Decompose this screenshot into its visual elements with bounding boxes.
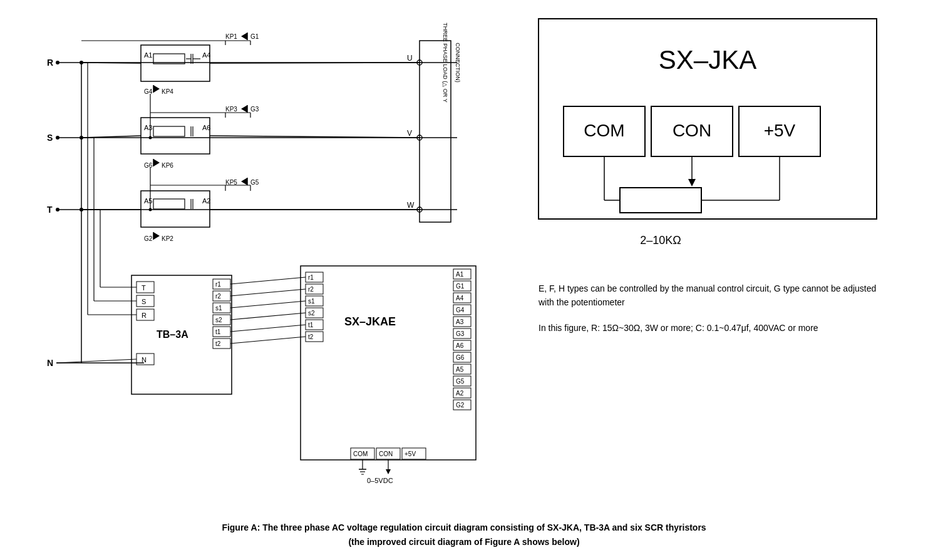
svg-text:A3: A3	[144, 124, 152, 131]
svg-text:R: R	[47, 58, 53, 68]
svg-text:s1: s1	[215, 305, 222, 312]
svg-line-138	[230, 337, 306, 344]
svg-text:TB–3A: TB–3A	[157, 329, 188, 340]
svg-text:KP6: KP6	[162, 162, 173, 169]
svg-text:KP3: KP3	[225, 106, 237, 113]
info-text: E, F, H types can be controlled by the m…	[539, 282, 877, 346]
svg-text:r2: r2	[215, 293, 221, 300]
svg-rect-49	[153, 126, 185, 136]
svg-line-135	[230, 301, 306, 308]
svg-text:G5: G5	[250, 179, 259, 186]
svg-line-133	[230, 277, 306, 284]
svg-text:V: V	[407, 129, 412, 138]
svg-rect-47	[141, 118, 210, 154]
svg-text:G6: G6	[144, 162, 153, 169]
svg-text:A6: A6	[456, 342, 464, 349]
svg-text:KP4: KP4	[162, 88, 173, 95]
svg-point-46	[149, 136, 152, 140]
svg-text:t2: t2	[215, 340, 221, 347]
svg-text:G4: G4	[144, 88, 153, 95]
svg-text:t1: t1	[308, 322, 314, 328]
svg-line-136	[230, 313, 306, 320]
svg-point-67	[149, 208, 152, 211]
svg-marker-35	[241, 33, 247, 40]
svg-text:W: W	[407, 201, 415, 210]
svg-marker-63	[153, 159, 160, 166]
svg-rect-119	[301, 266, 476, 460]
svg-text:t1: t1	[215, 328, 221, 335]
svg-text:G3: G3	[456, 330, 465, 337]
svg-text:CONNECTION): CONNECTION)	[455, 43, 461, 83]
circuit-diagram: R S T N THREE PHASE LOAD (△ OR Y CONNECT…	[19, 6, 513, 488]
svg-text:T: T	[47, 205, 53, 215]
svg-line-32	[81, 63, 141, 63]
svg-point-1	[56, 61, 59, 64]
svg-marker-77	[241, 178, 247, 185]
svg-text:SX–JKAE: SX–JKAE	[344, 315, 396, 328]
svg-point-7	[56, 208, 59, 211]
caption-line-1: Figure A: The three phase AC voltage reg…	[0, 521, 928, 534]
svg-text:r1: r1	[215, 281, 221, 288]
svg-text:A1: A1	[456, 271, 464, 278]
svg-text:A2: A2	[202, 197, 210, 205]
svg-text:A5: A5	[144, 197, 152, 205]
svg-text:N: N	[142, 356, 147, 364]
svg-text:s1: s1	[308, 298, 315, 305]
svg-text:r2: r2	[308, 286, 314, 293]
svg-marker-174	[386, 469, 391, 474]
svg-text:G1: G1	[456, 283, 465, 290]
info-paragraph-2: In this figure, R: 15Ω~30Ω, 3W or more; …	[539, 321, 877, 335]
svg-text:A4: A4	[202, 51, 210, 59]
svg-text:r1: r1	[308, 274, 314, 281]
svg-text:G3: G3	[250, 106, 259, 113]
svg-text:0–5VDC: 0–5VDC	[367, 477, 393, 484]
svg-rect-24	[141, 45, 210, 81]
svg-text:A1: A1	[144, 51, 152, 59]
svg-text:A3: A3	[456, 318, 464, 325]
svg-text:A4: A4	[456, 295, 464, 302]
svg-text:G5: G5	[456, 378, 465, 385]
svg-text:N: N	[47, 358, 53, 368]
page-container: R S T N THREE PHASE LOAD (△ OR Y CONNECT…	[0, 0, 928, 560]
svg-text:KP5: KP5	[225, 179, 237, 186]
svg-text:+5V: +5V	[405, 451, 416, 457]
figure-caption: Figure A: The three phase AC voltage reg…	[0, 521, 928, 549]
svg-text:t2: t2	[308, 333, 314, 340]
caption-line-2: (the improved circuit diagram of Figure …	[0, 535, 928, 549]
svg-text:A2: A2	[456, 390, 464, 397]
svg-text:R: R	[142, 312, 147, 319]
svg-text:A6: A6	[202, 124, 210, 131]
svg-marker-84	[153, 232, 160, 240]
svg-point-4	[56, 136, 59, 140]
svg-text:THREE PHASE LOAD (△ OR Y: THREE PHASE LOAD (△ OR Y	[442, 23, 448, 102]
svg-text:U: U	[407, 54, 413, 63]
svg-text:COM: COM	[353, 451, 368, 457]
svg-text:S: S	[142, 298, 146, 305]
svg-text:s2: s2	[308, 310, 315, 317]
info-paragraph-1: E, F, H types can be controlled by the m…	[539, 282, 877, 310]
svg-text:KP1: KP1	[225, 33, 237, 40]
svg-text:A5: A5	[456, 366, 464, 373]
svg-line-134	[230, 289, 306, 296]
svg-marker-42	[153, 85, 160, 93]
svg-text:T: T	[142, 284, 146, 292]
svg-line-33	[210, 63, 420, 63]
svg-text:s2: s2	[215, 317, 222, 323]
svg-line-137	[230, 325, 306, 332]
svg-rect-70	[153, 199, 185, 209]
svg-text:G4: G4	[456, 307, 465, 313]
svg-text:KP2: KP2	[162, 235, 173, 242]
info-area: E, F, H types can be controlled by the m…	[526, 13, 914, 488]
svg-text:CON: CON	[379, 451, 393, 457]
svg-text:G2: G2	[144, 235, 153, 242]
svg-marker-56	[241, 105, 247, 113]
svg-line-106	[56, 359, 137, 363]
svg-text:G2: G2	[456, 402, 465, 409]
svg-text:G1: G1	[250, 33, 259, 40]
svg-text:G6: G6	[456, 354, 465, 361]
svg-text:S: S	[47, 133, 53, 143]
